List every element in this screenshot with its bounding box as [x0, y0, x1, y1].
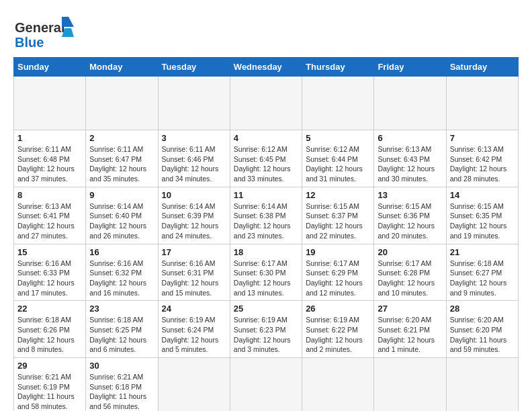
calendar-cell: 21Sunrise: 6:18 AMSunset: 6:27 PMDayligh…: [446, 244, 518, 301]
calendar-table: SundayMondayTuesdayWednesdayThursdayFrid…: [13, 57, 519, 411]
calendar-cell: 13Sunrise: 6:15 AMSunset: 6:36 PMDayligh…: [374, 187, 446, 244]
day-detail: Sunrise: 6:16 AMSunset: 6:33 PMDaylight:…: [17, 259, 82, 298]
day-number: 2: [89, 133, 154, 143]
day-detail: Sunrise: 6:17 AMSunset: 6:29 PMDaylight:…: [306, 259, 370, 298]
day-detail: Sunrise: 6:13 AMSunset: 6:41 PMDaylight:…: [17, 201, 82, 241]
day-detail: Sunrise: 6:16 AMSunset: 6:32 PMDaylight:…: [89, 259, 154, 298]
day-number: 24: [162, 304, 226, 314]
calendar-cell: 5Sunrise: 6:12 AMSunset: 6:44 PMDaylight…: [302, 130, 374, 187]
day-detail: Sunrise: 6:18 AMSunset: 6:25 PMDaylight:…: [89, 315, 154, 355]
calendar-cell: 12Sunrise: 6:15 AMSunset: 6:37 PMDayligh…: [302, 187, 374, 244]
calendar-cell: 23Sunrise: 6:18 AMSunset: 6:25 PMDayligh…: [86, 301, 158, 358]
day-number: 15: [17, 247, 82, 257]
day-number: 14: [450, 190, 515, 200]
logo: General Blue: [13, 13, 74, 50]
weekday-header-thursday: Thursday: [302, 58, 374, 77]
day-number: 12: [306, 190, 370, 200]
calendar-cell: 27Sunrise: 6:20 AMSunset: 6:21 PMDayligh…: [374, 301, 446, 358]
day-number: 5: [306, 133, 370, 143]
day-detail: Sunrise: 6:11 AMSunset: 6:47 PMDaylight:…: [89, 144, 154, 184]
calendar-cell: [86, 77, 158, 130]
day-detail: Sunrise: 6:12 AMSunset: 6:44 PMDaylight:…: [306, 144, 370, 184]
day-detail: Sunrise: 6:19 AMSunset: 6:23 PMDaylight:…: [234, 315, 298, 355]
weekday-header-monday: Monday: [86, 58, 158, 77]
day-detail: Sunrise: 6:21 AMSunset: 6:19 PMDaylight:…: [17, 372, 82, 411]
day-number: 20: [378, 247, 442, 257]
day-number: 8: [17, 190, 82, 200]
day-number: 18: [234, 247, 298, 257]
weekday-header-wednesday: Wednesday: [230, 58, 302, 77]
calendar-cell: 14Sunrise: 6:15 AMSunset: 6:35 PMDayligh…: [446, 187, 518, 244]
calendar-cell: 18Sunrise: 6:17 AMSunset: 6:30 PMDayligh…: [230, 244, 302, 301]
calendar-cell: [446, 77, 518, 130]
day-detail: Sunrise: 6:14 AMSunset: 6:40 PMDaylight:…: [89, 201, 154, 241]
calendar-cell: [158, 358, 230, 412]
day-detail: Sunrise: 6:14 AMSunset: 6:39 PMDaylight:…: [162, 201, 226, 241]
weekday-header-tuesday: Tuesday: [158, 58, 230, 77]
day-detail: Sunrise: 6:11 AMSunset: 6:48 PMDaylight:…: [17, 144, 82, 184]
calendar-cell: 6Sunrise: 6:13 AMSunset: 6:43 PMDaylight…: [374, 130, 446, 187]
calendar-cell: [230, 77, 302, 130]
calendar-cell: 22Sunrise: 6:18 AMSunset: 6:26 PMDayligh…: [14, 301, 86, 358]
calendar-cell: [14, 77, 86, 130]
day-number: 1: [17, 133, 82, 143]
day-detail: Sunrise: 6:15 AMSunset: 6:35 PMDaylight:…: [450, 201, 515, 241]
day-detail: Sunrise: 6:12 AMSunset: 6:45 PMDaylight:…: [234, 144, 298, 184]
day-number: 4: [234, 133, 298, 143]
calendar-cell: 7Sunrise: 6:13 AMSunset: 6:42 PMDaylight…: [446, 130, 518, 187]
day-detail: Sunrise: 6:13 AMSunset: 6:43 PMDaylight:…: [378, 144, 442, 184]
day-detail: Sunrise: 6:11 AMSunset: 6:46 PMDaylight:…: [162, 144, 226, 184]
weekday-header-friday: Friday: [374, 58, 446, 77]
day-detail: Sunrise: 6:21 AMSunset: 6:18 PMDaylight:…: [89, 372, 154, 411]
calendar-cell: [158, 77, 230, 130]
day-number: 27: [378, 304, 442, 314]
calendar-cell: 2Sunrise: 6:11 AMSunset: 6:47 PMDaylight…: [86, 130, 158, 187]
day-number: 28: [450, 304, 515, 314]
day-number: 22: [17, 304, 82, 314]
day-detail: Sunrise: 6:17 AMSunset: 6:28 PMDaylight:…: [378, 259, 442, 298]
calendar-cell: 25Sunrise: 6:19 AMSunset: 6:23 PMDayligh…: [230, 301, 302, 358]
day-detail: Sunrise: 6:17 AMSunset: 6:30 PMDaylight:…: [234, 259, 298, 298]
day-detail: Sunrise: 6:20 AMSunset: 6:21 PMDaylight:…: [378, 315, 442, 355]
day-number: 10: [162, 190, 226, 200]
day-number: 19: [306, 247, 370, 257]
weekday-header-sunday: Sunday: [14, 58, 86, 77]
calendar-cell: 9Sunrise: 6:14 AMSunset: 6:40 PMDaylight…: [86, 187, 158, 244]
day-number: 3: [162, 133, 226, 143]
day-number: 11: [234, 190, 298, 200]
day-detail: Sunrise: 6:20 AMSunset: 6:20 PMDaylight:…: [450, 315, 515, 355]
calendar-cell: 26Sunrise: 6:19 AMSunset: 6:22 PMDayligh…: [302, 301, 374, 358]
svg-marker-2: [62, 17, 74, 27]
day-detail: Sunrise: 6:19 AMSunset: 6:24 PMDaylight:…: [162, 315, 226, 355]
day-number: 29: [17, 361, 82, 371]
day-number: 23: [89, 304, 154, 314]
day-number: 6: [378, 133, 442, 143]
day-number: 16: [89, 247, 154, 257]
calendar-cell: 28Sunrise: 6:20 AMSunset: 6:20 PMDayligh…: [446, 301, 518, 358]
day-detail: Sunrise: 6:18 AMSunset: 6:26 PMDaylight:…: [17, 315, 82, 355]
calendar-cell: 30Sunrise: 6:21 AMSunset: 6:18 PMDayligh…: [86, 358, 158, 412]
calendar-cell: 29Sunrise: 6:21 AMSunset: 6:19 PMDayligh…: [14, 358, 86, 412]
day-number: 21: [450, 247, 515, 257]
calendar-cell: 10Sunrise: 6:14 AMSunset: 6:39 PMDayligh…: [158, 187, 230, 244]
day-detail: Sunrise: 6:19 AMSunset: 6:22 PMDaylight:…: [306, 315, 370, 355]
calendar-cell: 17Sunrise: 6:16 AMSunset: 6:31 PMDayligh…: [158, 244, 230, 301]
calendar-cell: [446, 358, 518, 412]
day-number: 13: [378, 190, 442, 200]
day-detail: Sunrise: 6:15 AMSunset: 6:36 PMDaylight:…: [378, 201, 442, 241]
day-number: 26: [306, 304, 370, 314]
calendar-cell: 11Sunrise: 6:14 AMSunset: 6:38 PMDayligh…: [230, 187, 302, 244]
calendar-cell: 3Sunrise: 6:11 AMSunset: 6:46 PMDaylight…: [158, 130, 230, 187]
calendar-cell: 24Sunrise: 6:19 AMSunset: 6:24 PMDayligh…: [158, 301, 230, 358]
calendar-cell: [302, 358, 374, 412]
day-number: 9: [89, 190, 154, 200]
day-number: 30: [89, 361, 154, 371]
calendar-cell: 1Sunrise: 6:11 AMSunset: 6:48 PMDaylight…: [14, 130, 86, 187]
header: General Blue: [13, 13, 519, 50]
day-detail: Sunrise: 6:14 AMSunset: 6:38 PMDaylight:…: [234, 201, 298, 241]
day-number: 7: [450, 133, 515, 143]
day-detail: Sunrise: 6:13 AMSunset: 6:42 PMDaylight:…: [450, 144, 515, 184]
day-number: 25: [234, 304, 298, 314]
calendar-cell: 4Sunrise: 6:12 AMSunset: 6:45 PMDaylight…: [230, 130, 302, 187]
day-detail: Sunrise: 6:15 AMSunset: 6:37 PMDaylight:…: [306, 201, 370, 241]
